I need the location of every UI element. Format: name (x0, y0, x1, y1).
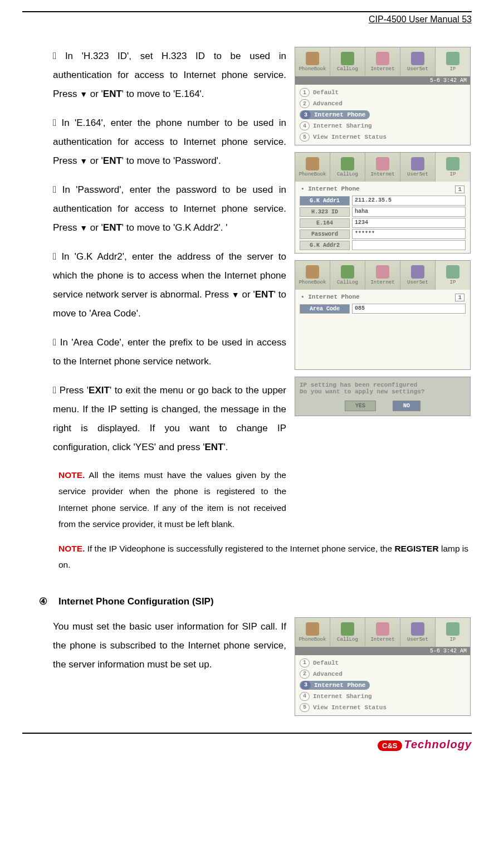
page-number: 1 (455, 294, 464, 301)
logo-text: Technology (404, 738, 472, 750)
form-row: Password****** (297, 228, 468, 240)
menu-item[interactable]: 1Default (297, 657, 468, 669)
paragraph-h323: 󾠯 In 'H.323 ID', set H.323 ID to be used… (53, 47, 286, 104)
toolbar-tab-phonebook[interactable]: PhoneBook (295, 153, 330, 182)
menu-item[interactable]: 5View Internet Status (297, 131, 468, 143)
form-label: H.323 ID (300, 207, 350, 217)
userset-icon (411, 622, 424, 636)
menu-item[interactable]: 2Advanced (297, 98, 468, 109)
screenshot-menu: PhoneBookCallLogInternetUserSetIP 5-6 3:… (295, 47, 471, 145)
tab-label: PhoneBook (299, 66, 326, 72)
form-row: G.K Addr1211.22.35.5 (297, 195, 468, 206)
calllog-icon (341, 622, 354, 636)
menu-item[interactable]: 3Internet Phone (297, 109, 468, 120)
toolbar-tab-userset[interactable]: UserSet (400, 47, 436, 76)
toolbar-tab-internet[interactable]: Internet (365, 47, 400, 76)
toolbar-tab-calllog[interactable]: CallLog (330, 618, 365, 647)
tab-label: Internet (370, 637, 394, 642)
menu-item[interactable]: 4Internet Sharing (297, 120, 468, 131)
ent-key: ENT (103, 222, 122, 233)
tab-label: CallLog (337, 172, 358, 177)
section2-paragraph: You must set the basic user information … (53, 617, 286, 716)
form-value[interactable]: 211.22.35.5 (352, 196, 466, 206)
phonebook-icon (306, 622, 319, 636)
toolbar-tab-userset[interactable]: UserSet (400, 618, 436, 647)
note-1-partial: NOTE. All the items must have the values… (53, 467, 286, 533)
userset-icon (411, 157, 424, 170)
tab-label: CallLog (337, 280, 358, 285)
yes-button[interactable]: YES (345, 401, 376, 411)
screenshot-form-internet-phone: PhoneBookCallLogInternetUserSetIP ▪ Inte… (295, 152, 471, 253)
note-label: NOTE. (58, 544, 85, 553)
form-row: E.1641234 (297, 217, 468, 228)
text: or ' (239, 289, 255, 300)
form-value[interactable]: 1234 (352, 218, 466, 228)
ip-icon (446, 265, 459, 279)
menu-item[interactable]: 2Advanced (297, 669, 468, 680)
form-value[interactable] (352, 240, 466, 250)
toolbar-tab-phonebook[interactable]: PhoneBook (295, 261, 330, 290)
toolbar-tab-phonebook[interactable]: PhoneBook (295, 47, 330, 76)
toolbar-tab-userset[interactable]: UserSet (400, 153, 436, 182)
exit-key: EXIT (89, 385, 110, 396)
tab-label: IP (450, 172, 456, 177)
no-button[interactable]: NO (393, 401, 420, 411)
heading-text: Internet Phone Configuration (SIP) (58, 596, 214, 607)
text: If the IP Videophone is successfully reg… (85, 544, 394, 553)
form-value[interactable]: 085 (352, 304, 466, 314)
text: '. (223, 442, 228, 452)
calllog-icon (341, 52, 354, 65)
status-bar: 5-6 3:42 AM (295, 76, 470, 85)
tab-label: UserSet (407, 66, 428, 72)
tab-label: UserSet (407, 172, 428, 177)
menu-item[interactable]: 5View Internet Status (297, 702, 468, 713)
toolbar-tab-userset[interactable]: UserSet (400, 261, 436, 290)
tab-label: PhoneBook (299, 637, 326, 642)
toolbar-tab-internet[interactable]: Internet (365, 261, 400, 290)
text: In 'Area Code', enter the prefix to be u… (53, 337, 286, 367)
toolbar-tab-calllog[interactable]: CallLog (330, 47, 365, 76)
screenshot-dialog: IP setting has been reconfigured Do you … (295, 377, 471, 416)
form-row: G.K Addr2 (297, 240, 468, 251)
menu-item[interactable]: 4Internet Sharing (297, 691, 468, 702)
toolbar-tab-calllog[interactable]: CallLog (330, 261, 365, 290)
userset-icon (411, 52, 424, 65)
toolbar-tab-calllog[interactable]: CallLog (330, 153, 365, 182)
dialog-text: IP setting has been reconfigured Do you … (300, 382, 466, 395)
note-label: NOTE. (58, 470, 85, 480)
tab-label: IP (450, 66, 456, 72)
form-title: ▪ Internet Phone (301, 294, 360, 301)
tab-label: CallLog (337, 637, 358, 642)
form-value[interactable]: ****** (352, 229, 466, 239)
toolbar-tab-ip[interactable]: IP (436, 261, 470, 290)
down-icon: ▼ (232, 290, 239, 299)
ip-icon (446, 157, 459, 170)
menu-item[interactable]: 1Default (297, 87, 468, 98)
toolbar-tab-internet[interactable]: Internet (365, 153, 400, 182)
toolbar-tab-internet[interactable]: Internet (365, 618, 400, 647)
phonebook-icon (306, 265, 319, 279)
tab-label: CallLog (337, 66, 358, 72)
footer-logo: C&STechnology (0, 734, 494, 762)
tab-label: Internet (370, 66, 394, 72)
form-label: Area Code (300, 304, 350, 314)
toolbar-tab-phonebook[interactable]: PhoneBook (295, 618, 330, 647)
ent-key: ENT (103, 89, 122, 99)
toolbar-tab-ip[interactable]: IP (436, 47, 470, 76)
phonebook-icon (306, 157, 319, 170)
internet-icon (376, 622, 389, 636)
tab-label: Internet (370, 172, 394, 177)
toolbar-tab-ip[interactable]: IP (436, 153, 470, 182)
section-heading-sip: ④Internet Phone Configuration (SIP) (39, 596, 472, 607)
menu-item[interactable]: 3Internet Phone (297, 680, 468, 691)
screenshot-menu-sip: PhoneBookCallLogInternetUserSetIP 5-6 3:… (295, 617, 471, 716)
toolbar-tab-ip[interactable]: IP (436, 618, 470, 647)
text: ' to move to 'G.K Addr2'. ' (122, 222, 228, 233)
internet-icon (376, 52, 389, 65)
form-label: G.K Addr2 (300, 241, 350, 250)
userset-icon (411, 265, 424, 279)
down-icon: ▼ (80, 157, 87, 165)
text: or ' (87, 89, 103, 99)
tab-label: UserSet (407, 637, 428, 642)
form-value[interactable]: haha (352, 207, 466, 217)
